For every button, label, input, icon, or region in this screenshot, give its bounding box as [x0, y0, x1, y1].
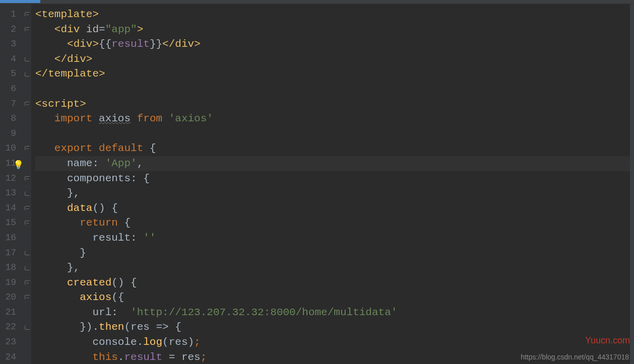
fold-open-icon[interactable]	[23, 22, 31, 37]
fold-open-icon[interactable]	[23, 97, 31, 112]
footer-url: https://blog.csdn.net/qq_44317018	[521, 353, 629, 361]
line-number: 22	[0, 320, 23, 335]
line-number: 9	[0, 126, 23, 141]
param: res	[169, 336, 188, 348]
param: res	[181, 351, 201, 363]
tab-strip	[0, 0, 40, 4]
fold-open-icon[interactable]	[23, 290, 31, 305]
line-number: 10	[0, 141, 23, 156]
prop-key: result	[92, 232, 131, 244]
fold-open-icon[interactable]	[23, 215, 31, 231]
fold-open-icon[interactable]	[23, 275, 31, 290]
lightbulb-icon[interactable]: 💡	[13, 158, 24, 173]
code-line[interactable]: }	[35, 246, 634, 261]
tag-open: <	[35, 9, 42, 20]
fold-close-icon[interactable]	[23, 66, 31, 82]
code-line[interactable]: <script>	[35, 97, 634, 112]
fold-marker	[23, 305, 31, 320]
active-tab-indicator[interactable]	[0, 0, 40, 3]
tag-open: <	[54, 24, 61, 35]
line-number: 20	[0, 290, 23, 305]
code-line[interactable]: },	[35, 186, 634, 201]
fold-close-icon[interactable]	[23, 52, 31, 67]
line-number: 23	[0, 335, 23, 350]
line-number: 5	[0, 66, 23, 82]
line-number: 1	[0, 7, 23, 22]
fold-marker	[23, 82, 31, 97]
code-line[interactable]: data() {	[35, 201, 634, 216]
keyword-export: export	[54, 142, 93, 154]
line-number: 14	[0, 201, 23, 216]
line-number: 17	[0, 246, 23, 261]
line-number: 2	[0, 22, 23, 37]
import-ident: axios	[99, 113, 131, 124]
fold-open-icon[interactable]	[23, 7, 31, 22]
code-line[interactable]: },	[35, 260, 634, 275]
method-name: created	[67, 277, 111, 288]
code-line[interactable]: console.log(res);	[35, 335, 634, 350]
fold-marker	[23, 37, 31, 52]
line-number: 18	[0, 260, 23, 275]
code-line-current[interactable]: 💡 name: 'App',	[35, 156, 634, 171]
code-line[interactable]: export default {	[35, 141, 634, 156]
line-number: 15	[0, 215, 23, 231]
fold-gutter	[23, 4, 31, 364]
fold-marker	[23, 156, 31, 171]
fold-marker	[23, 126, 31, 141]
member-prop: result	[124, 351, 162, 363]
fold-open-icon[interactable]	[23, 201, 31, 216]
fold-marker	[23, 111, 31, 126]
line-number: 13	[0, 186, 23, 201]
keyword-this: this	[92, 351, 117, 363]
watermark-text: Yuucn.com	[585, 335, 630, 346]
tag-name: template	[42, 9, 93, 20]
code-editor[interactable]: 1 2 3 4 5 6 7 8 9 10 11 12 13 14 15 16 1…	[0, 4, 634, 364]
code-line[interactable]: return {	[35, 215, 634, 231]
code-line[interactable]: axios({	[35, 290, 634, 305]
line-number: 6	[0, 82, 23, 97]
line-number: 16	[0, 231, 23, 246]
code-line[interactable]: }).then(res => {	[35, 320, 634, 335]
code-line[interactable]: components: {	[35, 171, 634, 186]
fold-close-icon[interactable]	[23, 246, 31, 261]
fold-marker	[23, 350, 31, 364]
fold-close-icon[interactable]	[23, 186, 31, 201]
code-line[interactable]: </div>	[35, 52, 634, 67]
line-number: 4	[0, 52, 23, 67]
code-area[interactable]: <template> <div id="app"> <div>{{result}…	[31, 4, 634, 364]
call-expr: axios	[80, 292, 111, 303]
console-obj: console	[92, 336, 137, 348]
string-literal: 'App'	[105, 158, 137, 169]
code-line[interactable]: <div id="app">	[35, 22, 634, 37]
line-number: 7	[0, 97, 23, 112]
prop-key: url	[92, 307, 111, 318]
code-line[interactable]: result: ''	[35, 231, 634, 246]
fold-close-icon[interactable]	[23, 260, 31, 275]
attr-value: app	[111, 24, 131, 35]
fold-open-icon[interactable]	[23, 171, 31, 186]
code-line[interactable]: </template>	[35, 66, 634, 82]
method-name: data	[67, 202, 92, 214]
line-number: 24	[0, 350, 23, 364]
line-number: 12	[0, 171, 23, 186]
prop-key: name	[67, 158, 92, 169]
string-literal: 'axios'	[169, 113, 213, 124]
string-literal: ''	[143, 232, 156, 244]
vertical-scrollbar[interactable]	[630, 4, 634, 364]
code-line[interactable]: import axios from 'axios'	[35, 111, 634, 126]
fold-open-icon[interactable]	[23, 141, 31, 156]
prop-key: components	[67, 173, 131, 184]
keyword-return: return	[80, 217, 118, 229]
code-line[interactable]	[35, 126, 634, 141]
code-line[interactable]: <template>	[35, 7, 634, 22]
code-line[interactable]: url: 'http://123.207.32.32:8000/home/mul…	[35, 305, 634, 320]
method-call: then	[99, 321, 124, 333]
mustache-var: result	[111, 38, 150, 50]
code-line[interactable]	[35, 82, 634, 97]
method-call: log	[143, 336, 162, 348]
param: res	[131, 321, 150, 333]
code-line[interactable]: created() {	[35, 275, 634, 290]
tab-bar	[0, 0, 634, 4]
code-line[interactable]: <div>{{result}}</div>	[35, 37, 634, 52]
fold-close-icon[interactable]	[23, 320, 31, 335]
